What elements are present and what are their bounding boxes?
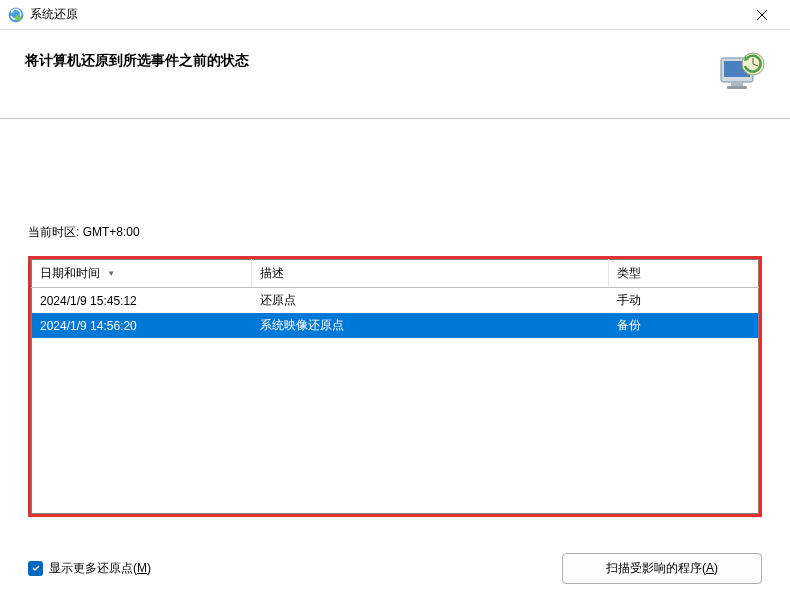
dialog-header: 将计算机还原到所选事件之前的状态 <box>0 30 790 118</box>
restore-points-table[interactable]: 日期和时间 ▼ 描述 类型 2024/1/9 15:45:12还原点手动2024… <box>31 259 759 514</box>
cell-type: 备份 <box>609 313 759 338</box>
cell-date: 2024/1/9 14:56:20 <box>32 313 252 338</box>
scan-button-pre: 扫描受影响的程序( <box>606 561 706 575</box>
table-row[interactable]: 2024/1/9 14:56:20系统映像还原点备份 <box>32 313 759 338</box>
show-more-checkbox-wrap[interactable]: 显示更多还原点(M) <box>28 560 151 577</box>
content-area: 当前时区: GMT+8:00 日期和时间 ▼ 描述 类型 2024/1/9 15… <box>0 119 790 537</box>
cell-desc: 系统映像还原点 <box>252 313 609 338</box>
restore-monitor-icon <box>717 50 765 98</box>
cell-date: 2024/1/9 15:45:12 <box>32 288 252 314</box>
titlebar: 系统还原 <box>0 0 790 30</box>
scan-button-key: A <box>706 561 714 575</box>
system-restore-icon <box>8 7 24 23</box>
column-header-desc[interactable]: 描述 <box>252 260 609 288</box>
checkbox-label-pre: 显示更多还原点( <box>49 561 137 575</box>
svg-rect-6 <box>731 82 743 86</box>
column-header-type[interactable]: 类型 <box>609 260 759 288</box>
scan-affected-programs-button[interactable]: 扫描受影响的程序(A) <box>562 553 762 584</box>
cell-desc: 还原点 <box>252 288 609 314</box>
table-header-row: 日期和时间 ▼ 描述 类型 <box>32 260 759 288</box>
svg-point-1 <box>15 15 21 21</box>
dialog-header-text: 将计算机还原到所选事件之前的状态 <box>25 50 717 70</box>
window-title: 系统还原 <box>30 6 742 23</box>
column-header-date[interactable]: 日期和时间 ▼ <box>32 260 252 288</box>
column-header-date-label: 日期和时间 <box>40 266 100 280</box>
cell-type: 手动 <box>609 288 759 314</box>
table-row[interactable]: 2024/1/9 15:45:12还原点手动 <box>32 288 759 314</box>
table-empty-area <box>32 338 759 513</box>
checkbox-label-key: M <box>137 561 147 575</box>
show-more-checkbox-label: 显示更多还原点(M) <box>49 560 151 577</box>
svg-rect-7 <box>727 86 747 89</box>
timezone-label: 当前时区: GMT+8:00 <box>28 224 762 241</box>
restore-points-table-highlight: 日期和时间 ▼ 描述 类型 2024/1/9 15:45:12还原点手动2024… <box>28 256 762 517</box>
checkbox-label-post: ) <box>147 561 151 575</box>
dialog-footer: 显示更多还原点(M) 扫描受影响的程序(A) <box>0 537 790 597</box>
sort-desc-icon: ▼ <box>107 269 115 278</box>
show-more-checkbox[interactable] <box>28 561 43 576</box>
close-icon[interactable] <box>742 1 782 29</box>
scan-button-post: ) <box>714 561 718 575</box>
